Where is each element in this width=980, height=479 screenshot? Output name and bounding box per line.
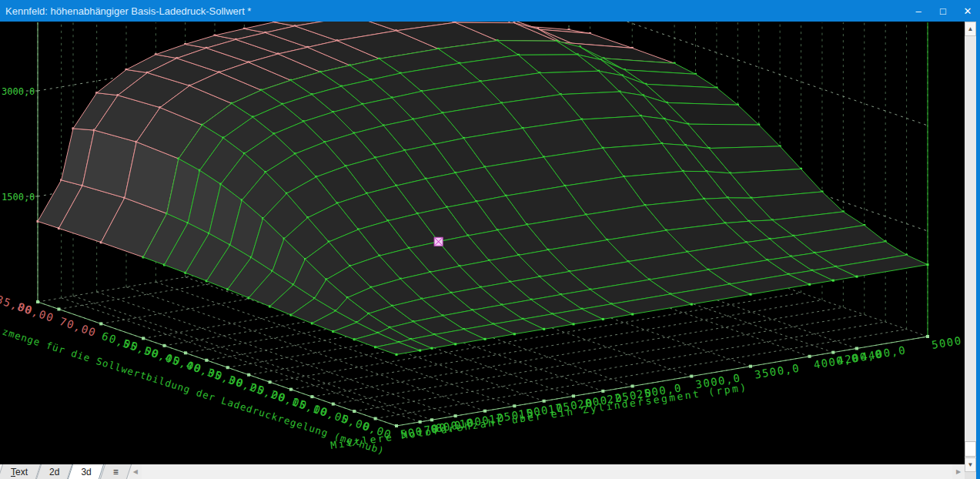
app-window: Kennfeld: höhenabhängiger Basis-Ladedruc… — [0, 0, 980, 479]
3d-surface-plot[interactable]: 0,005,0010,0015,0020,0025,0030,0035,0040… — [0, 22, 965, 464]
window-title: Kennfeld: höhenabhängiger Basis-Ladedruc… — [0, 5, 251, 17]
horizontal-scroll-track[interactable] — [142, 464, 952, 479]
y-axis-tick-label: 70,00 — [58, 315, 98, 339]
tab-2d-view[interactable]: 2d — [38, 464, 70, 479]
view-tab-bar: Text 2d 3d ≡ ◀ ▶ — [0, 464, 965, 479]
tab-3d-view[interactable]: 3d — [70, 464, 102, 479]
titlebar[interactable]: Kennfeld: höhenabhängiger Basis-Ladedruc… — [0, 0, 980, 22]
z-axis-tick-label: 1500,0 — [2, 192, 35, 203]
maximize-icon[interactable]: □ — [931, 0, 955, 22]
scrollbar-corner — [965, 472, 976, 479]
scroll-down-icon[interactable]: ▼ — [965, 457, 976, 472]
y-axis-title: zmenge für die Sollwertbildung der Laded… — [1, 326, 386, 457]
x-axis-title: Mittlere Motordrehzahl über ein Zylinder… — [329, 381, 748, 451]
tab-menu-icon[interactable]: ≡ — [102, 464, 129, 479]
scroll-up-icon[interactable]: ▲ — [965, 22, 976, 36]
scroll-right-icon[interactable]: ▶ — [952, 464, 965, 479]
y-axis-tick-label: 60,00 — [100, 330, 140, 353]
vertical-scroll-track[interactable] — [965, 36, 976, 457]
window-controls: – □ ✕ — [906, 0, 980, 22]
x-axis-tick-label: 5000,0 — [931, 332, 965, 351]
vertical-scroll-thumb[interactable] — [965, 441, 976, 457]
tab-text-view[interactable]: Text — [0, 464, 38, 479]
window-right-border — [976, 22, 980, 479]
y-axis-tick-label: 85,00 — [0, 293, 35, 317]
close-icon[interactable]: ✕ — [955, 0, 980, 22]
vertical-scrollbar[interactable]: ▲ ▼ — [965, 22, 976, 479]
minimize-icon[interactable]: – — [906, 0, 931, 22]
z-axis-tick-label: 3000,0 — [2, 86, 35, 97]
